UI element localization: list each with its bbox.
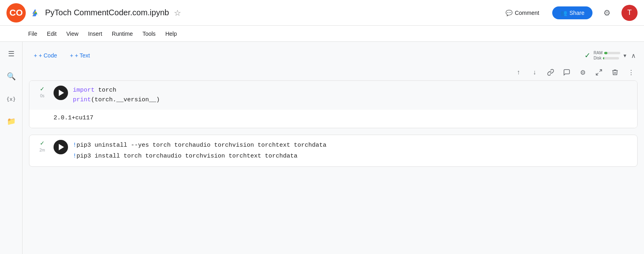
add-text-button[interactable]: + + Text — [65, 50, 95, 61]
share-label: Share — [570, 10, 584, 16]
cell1-line1: import torch — [73, 86, 631, 95]
cell-move-down-button[interactable]: ↓ — [528, 66, 541, 79]
menu-runtime[interactable]: Runtime — [108, 28, 137, 39]
cell2-time: 2m — [39, 148, 45, 152]
comment-label: Comment — [515, 10, 539, 16]
sidebar-icon-search[interactable]: 🔍 — [4, 69, 19, 84]
comment-icon: 💬 — [506, 10, 512, 16]
cell1-time: 0s — [40, 94, 45, 98]
sidebar-icon-files[interactable]: 📁 — [4, 114, 19, 129]
menu-bar: File Edit View Insert Runtime Tools Help — [0, 26, 644, 42]
sidebar-icon-variables[interactable]: {x} — [4, 92, 19, 106]
runtime-status: ✓ RAM Disk ▾ — [584, 51, 626, 60]
print-args: (torch.__version__) — [91, 96, 160, 103]
main-layout: ☰ 🔍 {x} 📁 + + Code + + Text ✓ RAM — [0, 42, 644, 254]
svg-line-1 — [596, 73, 598, 75]
pip-cmd-1: pip3 uninstall --yes torch torchaudio to… — [76, 142, 326, 149]
menu-file[interactable]: File — [24, 28, 41, 39]
cell-link-button[interactable] — [544, 66, 557, 79]
comment-button[interactable]: 💬 Comment — [499, 6, 546, 19]
notebook-toolbar: + + Code + + Text ✓ RAM Disk — [23, 48, 644, 64]
file-title: PyToch CommentCoder.com.ipynb — [45, 8, 169, 17]
menu-help[interactable]: Help — [161, 28, 181, 39]
cell-settings-button[interactable]: ⚙ — [576, 66, 589, 79]
cell1-toolbar: ↑ ↓ ⚙ ⋮ — [23, 64, 644, 80]
sidebar: ☰ 🔍 {x} 📁 — [0, 42, 23, 254]
cell2-run-button[interactable] — [54, 140, 68, 154]
logo: CO — [6, 3, 26, 23]
top-bar: CO PyToch CommentCoder.com.ipynb ☆ 💬 Com… — [0, 0, 644, 26]
torch-module: torch — [95, 87, 116, 94]
drive-icon — [31, 8, 40, 18]
pip-cmd-2: pip3 install torch torchaudio torchvisio… — [76, 153, 297, 160]
cell-2: ✓ 2m !pip3 uninstall --yes torch torchau… — [29, 135, 638, 167]
settings-icon: ⚙ — [603, 8, 611, 18]
menu-insert[interactable]: Insert — [84, 28, 106, 39]
cell-delete-button[interactable] — [609, 66, 621, 79]
share-button[interactable]: 👥 Share — [552, 6, 592, 19]
cell1-code[interactable]: import torch print(torch.__version__) — [73, 86, 631, 105]
disk-label: Disk — [594, 56, 601, 60]
menu-view[interactable]: View — [62, 28, 83, 39]
svg-line-0 — [600, 70, 602, 72]
cell1-run-button[interactable] — [54, 86, 68, 100]
cell1-line2: print(torch.__version__) — [73, 95, 631, 105]
pip-bang-1: ! — [73, 142, 76, 149]
menu-tools[interactable]: Tools — [138, 28, 160, 39]
plus-text-icon: + — [70, 52, 73, 59]
ram-label: RAM — [594, 51, 603, 55]
notebook-content: + + Code + + Text ✓ RAM Disk — [23, 42, 644, 254]
ram-bar — [604, 52, 620, 54]
collapse-icon[interactable]: ∧ — [630, 50, 638, 61]
cell-expand-button[interactable] — [592, 66, 605, 79]
add-code-label: + Code — [39, 52, 57, 59]
cell2-line2: !pip3 install torch torchaudio torchvisi… — [73, 151, 631, 162]
cell-move-up-button[interactable]: ↑ — [512, 66, 525, 79]
runtime-dropdown-icon[interactable]: ▾ — [623, 52, 626, 59]
cell1-check-icon: ✓ — [40, 86, 45, 92]
share-icon: 👥 — [560, 10, 567, 16]
cell1-status: ✓ 0s — [36, 86, 49, 98]
sidebar-icon-menu[interactable]: ☰ — [4, 47, 19, 61]
runtime-check-icon: ✓ — [584, 51, 590, 60]
cell2-code[interactable]: !pip3 uninstall --yes torch torchaudio t… — [73, 140, 631, 162]
star-icon[interactable]: ☆ — [174, 8, 181, 18]
plus-code-icon: + — [34, 52, 37, 59]
cell-1: ✓ 0s import torch print(torch.__version_… — [29, 80, 638, 128]
add-code-button[interactable]: + + Code — [29, 50, 62, 61]
top-bar-actions: 💬 Comment 👥 Share ⚙ T — [499, 5, 638, 21]
disk-bar — [603, 57, 619, 59]
menu-edit[interactable]: Edit — [43, 28, 61, 39]
print-keyword: print — [73, 96, 91, 103]
user-avatar[interactable]: T — [621, 5, 638, 21]
cell2-check-icon: ✓ — [40, 140, 45, 146]
import-keyword: import — [73, 87, 95, 94]
pip-bang-2: ! — [73, 153, 76, 160]
cell2-input: ✓ 2m !pip3 uninstall --yes torch torchau… — [29, 135, 637, 166]
cell1-input: ✓ 0s import torch print(torch.__version_… — [29, 81, 637, 110]
add-text-label: + Text — [75, 52, 90, 59]
cell-more-button[interactable]: ⋮ — [625, 66, 638, 79]
ram-disk-bars: RAM Disk — [594, 51, 620, 60]
settings-button[interactable]: ⚙ — [599, 5, 615, 21]
cell1-output: 2.0.1+cu117 — [29, 110, 637, 128]
cell2-status: ✓ 2m — [36, 140, 49, 152]
cell2-line1: !pip3 uninstall --yes torch torchaudio t… — [73, 140, 631, 151]
cell-comment-button[interactable] — [560, 66, 573, 79]
